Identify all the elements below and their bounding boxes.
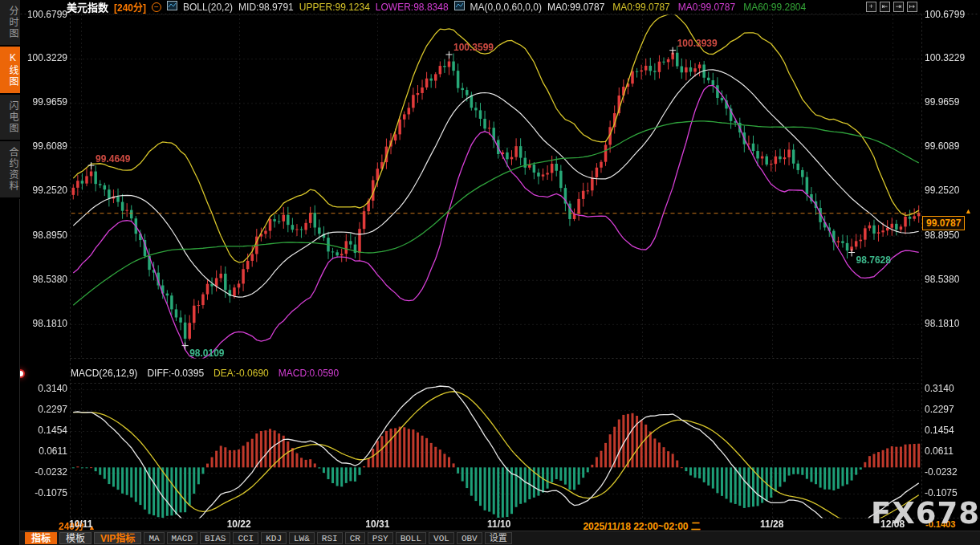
price-marker-label: 98.0109 xyxy=(189,348,224,359)
toolbar-button[interactable]: BIAS xyxy=(200,532,230,544)
axis-tick-label: 98.1810 xyxy=(22,318,67,329)
date-label: 11/10 xyxy=(487,519,510,530)
trading-app: 分时图K线图闪电图合约资料 美元指数 [240分] − BOLL(20,2) M… xyxy=(0,0,980,545)
axis-tick-label: 98.8950 xyxy=(22,230,67,241)
boll-lower-value: LOWER:98.8348 xyxy=(376,2,449,13)
axis-tick-label: -0.0232 xyxy=(22,466,67,478)
axis-tick-label: 99.2520 xyxy=(925,185,978,196)
ma-indicator-icon xyxy=(454,1,465,13)
boll-mid-value: MID:98.9791 xyxy=(238,2,294,13)
axis-tick-label: 98.8950 xyxy=(925,230,978,241)
toolbar-button[interactable]: MACD xyxy=(167,532,197,544)
axis-tick-label: -0.1075 xyxy=(22,487,67,498)
toolbar-button[interactable]: CCI xyxy=(233,532,258,544)
axis-tick-label: 0.1454 xyxy=(925,425,978,436)
axis-tick-label: -0.0232 xyxy=(925,466,978,478)
toolbar-button[interactable]: VOL xyxy=(429,532,454,544)
sidebar-tab[interactable]: 闪电图 xyxy=(0,95,20,141)
ma-label: MA(0,0,0,60,0,0) xyxy=(470,2,542,13)
ma-values: MA0:99.0787MA0:99.0787MA0:99.0787MA60:99… xyxy=(547,2,806,13)
toolbar-button[interactable]: OBV xyxy=(457,532,482,544)
axis-tick-label: 99.2520 xyxy=(22,185,67,196)
last-price-arrow-icon: ▲ xyxy=(965,207,972,215)
window-controls: +⇤⇥↦ xyxy=(866,2,917,12)
axis-tick-label: 99.6089 xyxy=(22,140,67,152)
chart-canvas[interactable] xyxy=(0,0,980,545)
toolbar-button[interactable]: BOLL xyxy=(396,532,426,544)
ma-value: MA0:99.0787 xyxy=(612,2,669,13)
price-marker-label: 99.4649 xyxy=(96,153,130,165)
axis-tick-label: 0.3140 xyxy=(22,383,67,394)
sidebar-tab[interactable]: 合约资料 xyxy=(0,141,20,199)
sidebar-tab[interactable]: K线图 xyxy=(0,47,20,95)
axis-tick-label: 99.9659 xyxy=(22,96,67,108)
axis-tick-label: 98.5380 xyxy=(925,274,978,285)
boll-label: BOLL(20,2) xyxy=(183,2,233,13)
axis-tick-label: 100.3229 xyxy=(22,52,67,63)
scroll-right-icon[interactable]: ⇥ xyxy=(893,2,904,12)
ma-value: MA0:99.0787 xyxy=(678,2,735,13)
axis-tick-label: 100.3229 xyxy=(925,52,978,63)
toolbar-button[interactable]: MA xyxy=(144,532,164,544)
toolbar-button[interactable]: CR xyxy=(345,532,365,544)
macd-diff-value: DIFF:-0.0395 xyxy=(147,368,204,379)
toolbar-button[interactable]: 设置 xyxy=(485,532,512,544)
axis-tick-label: 0.2297 xyxy=(22,404,67,415)
axis-tick-label: 0.0611 xyxy=(22,445,67,457)
toolbar-button[interactable]: KDJ xyxy=(261,532,287,544)
shift-right-icon[interactable]: ↦ xyxy=(907,2,917,12)
toolbar-button[interactable]: VIP指标 xyxy=(94,532,141,544)
boll-indicator-icon xyxy=(167,1,177,13)
ma-value: MA60:99.2804 xyxy=(743,2,806,13)
bottom-toolbar: 指标模板VIP指标MAMACDBIASCCIKDJLW&RSICRPSYBOLL… xyxy=(20,531,980,545)
price-marker-label: 100.3599 xyxy=(453,42,494,53)
date-label: 10/31 xyxy=(365,519,389,530)
macd-dea-value: DEA:-0.0690 xyxy=(213,368,269,379)
collapse-icon[interactable]: − xyxy=(152,2,161,12)
scroll-left-icon[interactable]: ⇤ xyxy=(880,2,890,12)
axis-tick-label: 98.1810 xyxy=(925,318,978,329)
axis-tick-label: 99.9659 xyxy=(925,96,978,108)
price-marker-label: 100.3939 xyxy=(677,38,718,49)
date-label: 11/28 xyxy=(760,519,783,530)
crosshair-icon[interactable]: + xyxy=(866,2,876,12)
ma-value: MA0:99.0787 xyxy=(547,2,604,13)
toolbar-button[interactable]: RSI xyxy=(317,532,343,544)
axis-tick-label: 99.6089 xyxy=(925,140,978,152)
x-axis: 240分▲ 10/1110/2210/3111/102025/11/18 22:… xyxy=(0,518,980,531)
toolbar-button[interactable]: LW& xyxy=(289,532,315,544)
price-marker-label: 98.7628 xyxy=(856,254,891,266)
watermark: FX678 xyxy=(871,496,980,531)
toolbar-button[interactable]: 指标 xyxy=(25,532,57,544)
date-label: 10/11 xyxy=(69,519,92,530)
left-sidebar: 分时图K线图闪电图合约资料 xyxy=(0,0,20,545)
symbol-name: 美元指数 xyxy=(67,0,108,14)
macd-name: MACD(26,12,9) xyxy=(71,368,137,379)
date-label: 10/22 xyxy=(227,519,251,530)
toolbar-button[interactable]: PSY xyxy=(368,532,393,544)
toolbar-button[interactable]: 模板 xyxy=(59,532,91,544)
sidebar-tab[interactable]: 分时图 xyxy=(0,0,20,47)
axis-tick-label: 0.2297 xyxy=(925,404,978,415)
axis-tick-label: 0.1454 xyxy=(22,425,67,436)
axis-tick-label: 0.3140 xyxy=(925,383,978,394)
chart-header: 美元指数 [240分] − BOLL(20,2) MID:98.9791 UPP… xyxy=(20,0,980,14)
macd-macd-value: MACD:0.0590 xyxy=(279,368,339,379)
period-badge: [240分] xyxy=(114,0,146,14)
axis-tick-label: 0.0611 xyxy=(925,445,978,457)
last-price-box: 99.0787 xyxy=(922,216,965,230)
axis-tick-label: 98.5380 xyxy=(22,274,67,285)
boll-upper-value: UPPER:99.1234 xyxy=(299,2,370,13)
macd-legend: MACD(26,12,9) DIFF:-0.0395 DEA:-0.0690 M… xyxy=(71,368,339,379)
